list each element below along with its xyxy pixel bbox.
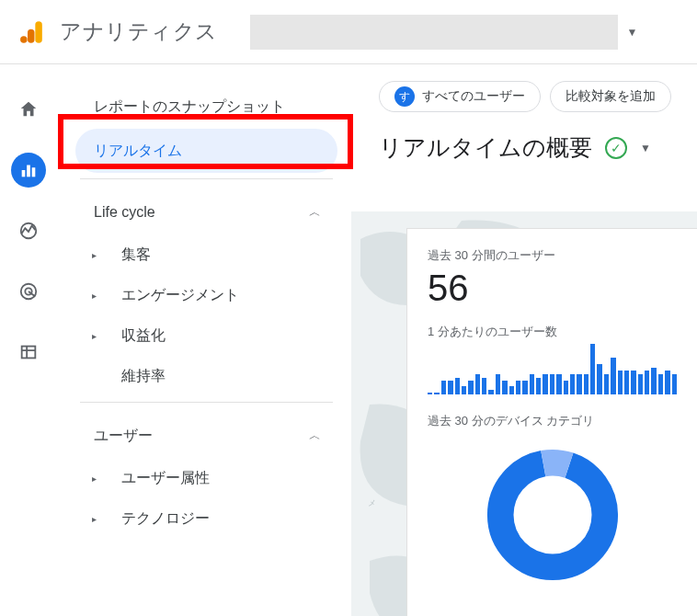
svg-point-2 bbox=[20, 36, 27, 43]
sidebar-sub-monetization[interactable]: ▸収益化 bbox=[75, 315, 337, 356]
device-donut-wrap bbox=[428, 446, 677, 584]
sidebar-item-realtime[interactable]: リアルタイム bbox=[75, 129, 337, 173]
chip-label: 比較対象を追加 bbox=[566, 88, 656, 105]
check-circle-icon[interactable]: ✓ bbox=[605, 137, 627, 159]
main-panel: す すべてのユーザー 比較対象を追加 リアルタイムの概要 ✓ ▼ メ インドネシ… bbox=[351, 64, 697, 616]
device-donut-chart bbox=[484, 446, 622, 584]
device-category-label: 過去 30 分のデバイス カテゴリ bbox=[428, 413, 677, 429]
divider bbox=[80, 402, 333, 403]
analytics-logo-icon bbox=[18, 18, 46, 46]
caret-down-icon: ▼ bbox=[627, 26, 638, 39]
icon-rail bbox=[0, 64, 57, 616]
configure-icon[interactable] bbox=[11, 335, 46, 370]
users-30min-label: 過去 30 分間のユーザー bbox=[428, 247, 677, 264]
app-header: アナリティクス ▼ bbox=[0, 0, 697, 64]
svg-rect-0 bbox=[35, 21, 42, 42]
svg-rect-4 bbox=[27, 165, 30, 177]
triangle-right-icon: ▸ bbox=[92, 514, 101, 524]
triangle-right-icon: ▸ bbox=[92, 331, 101, 341]
sidebar-sub-tech[interactable]: ▸テクノロジー bbox=[75, 498, 337, 539]
svg-point-13 bbox=[500, 462, 605, 567]
chip-label: すべてのユーザー bbox=[422, 88, 525, 105]
chevron-up-icon: ︿ bbox=[309, 428, 321, 444]
triangle-right-icon: ▸ bbox=[92, 250, 101, 260]
advertising-icon[interactable] bbox=[11, 274, 46, 309]
property-selector[interactable]: ▼ bbox=[250, 15, 638, 50]
svg-rect-1 bbox=[28, 29, 35, 42]
sidebar-item-label: リアルタイム bbox=[94, 142, 182, 161]
caret-down-icon[interactable]: ▼ bbox=[640, 142, 651, 154]
users-30min-value: 56 bbox=[428, 268, 677, 309]
property-name-placeholder bbox=[250, 15, 618, 50]
reports-icon[interactable] bbox=[11, 153, 46, 188]
home-icon[interactable] bbox=[11, 92, 46, 127]
report-sidebar: レポートのスナップショット リアルタイム Life cycle ︿ ▸集客 ▸エ… bbox=[57, 64, 351, 616]
realtime-card: 過去 30 分間のユーザー 56 1 分あたりのユーザー数 過去 30 分のデバ… bbox=[406, 228, 697, 616]
sidebar-sub-demographics[interactable]: ▸ユーザー属性 bbox=[75, 458, 337, 498]
page-title: リアルタイムの概要 bbox=[379, 132, 592, 163]
svg-rect-9 bbox=[22, 347, 36, 359]
app-title: アナリティクス bbox=[60, 17, 218, 46]
chip-badge: す bbox=[394, 86, 415, 107]
sidebar-sub-label: テクノロジー bbox=[121, 509, 210, 529]
sidebar-sub-label: 維持率 bbox=[121, 367, 166, 386]
users-per-minute-label: 1 分あたりのユーザー数 bbox=[428, 324, 677, 340]
page-title-row: リアルタイムの概要 ✓ ▼ bbox=[379, 132, 697, 163]
sidebar-item-snapshot[interactable]: レポートのスナップショット bbox=[75, 85, 337, 129]
sidebar-sub-acquisition[interactable]: ▸集客 bbox=[75, 234, 337, 275]
svg-rect-5 bbox=[32, 167, 36, 177]
triangle-right-icon: ▸ bbox=[92, 291, 101, 301]
sidebar-group-lifecycle[interactable]: Life cycle ︿ bbox=[75, 190, 337, 234]
sidebar-sub-retention[interactable]: ▸維持率 bbox=[75, 356, 337, 396]
sidebar-group-user[interactable]: ユーザー ︿ bbox=[75, 414, 337, 458]
svg-rect-3 bbox=[22, 170, 26, 177]
chevron-up-icon: ︿ bbox=[309, 204, 321, 221]
divider bbox=[80, 178, 333, 179]
sidebar-sub-label: 集客 bbox=[121, 245, 151, 265]
sidebar-sub-label: ユーザー属性 bbox=[121, 469, 210, 488]
chip-add-comparison[interactable]: 比較対象を追加 bbox=[550, 81, 671, 112]
svg-text:メ: メ bbox=[368, 498, 376, 508]
sidebar-group-label: ユーザー bbox=[94, 427, 153, 446]
sidebar-group-label: Life cycle bbox=[94, 204, 155, 221]
sidebar-sub-label: 収益化 bbox=[121, 326, 166, 346]
chip-all-users[interactable]: す すべてのユーザー bbox=[379, 81, 541, 112]
sidebar-sub-label: エンゲージメント bbox=[121, 286, 239, 305]
users-per-minute-bars bbox=[428, 344, 677, 394]
sidebar-sub-engagement[interactable]: ▸エンゲージメント bbox=[75, 275, 337, 315]
triangle-right-icon: ▸ bbox=[92, 473, 101, 484]
sidebar-item-label: レポートのスナップショット bbox=[94, 97, 285, 117]
explore-icon[interactable] bbox=[11, 213, 46, 248]
comparison-chip-row: す すべてのユーザー 比較対象を追加 bbox=[379, 81, 697, 112]
